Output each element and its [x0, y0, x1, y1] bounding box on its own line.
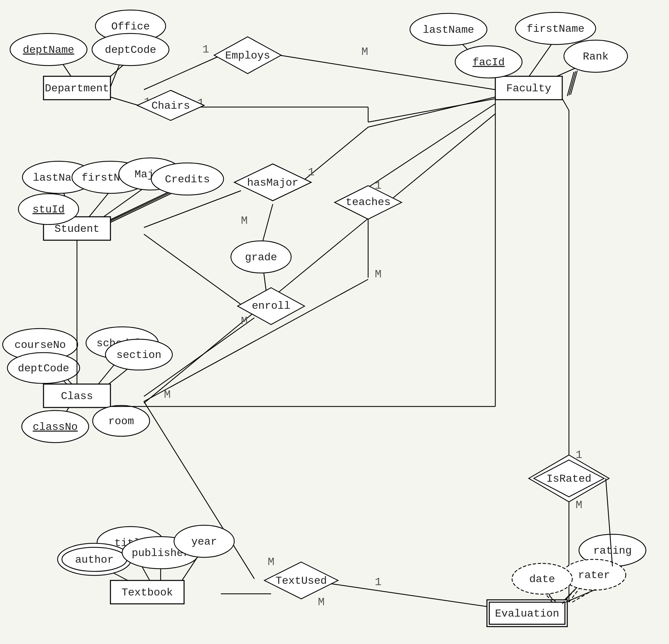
svg-line-8 [368, 99, 495, 122]
textused-label: TextUsed [275, 575, 327, 587]
section-label: section [116, 349, 161, 361]
svg-line-52 [567, 72, 574, 96]
svg-line-20 [144, 191, 241, 228]
student-label: Student [55, 223, 99, 235]
card-enroll-m2: M [164, 388, 171, 401]
svg-line-50 [569, 71, 575, 95]
card-hasmajor-1: 1 [308, 166, 315, 178]
card-employs-dept: 1 [202, 43, 209, 56]
deptname-label: deptName [23, 44, 74, 56]
deptcode-class-label: deptCode [18, 362, 69, 375]
card-textused-1: 1 [375, 576, 382, 588]
facid-label: facId [472, 56, 505, 69]
chairs-label: Chairs [151, 100, 190, 112]
year-label: year [191, 535, 217, 548]
department-label: Department [45, 82, 109, 95]
employs-label: Employs [225, 49, 270, 62]
textbook-label: Textbook [122, 586, 173, 599]
card-employs-fac: M [361, 45, 368, 58]
er-diagram: 1 M 1 1 1 M 1 M M M M M 1 1 M Employs Ch… [0, 0, 669, 644]
credits-label: Credits [165, 173, 210, 186]
classno-label: classNo [33, 421, 77, 433]
faculty-lastname-label: lastName [423, 24, 474, 36]
card-israted-m: M [575, 499, 582, 512]
rating-label: rating [593, 545, 631, 557]
svg-line-51 [571, 71, 577, 95]
svg-line-45 [562, 99, 569, 110]
room-label: room [109, 415, 134, 428]
card-enroll-m1: M [241, 315, 248, 328]
card-hasmajor-m: M [241, 214, 248, 227]
class-label: Class [61, 390, 93, 402]
author-label: author [75, 554, 113, 566]
courseno-label: courseNo [14, 339, 66, 351]
rater-label: rater [578, 569, 610, 582]
card-textused-m2: M [318, 596, 325, 609]
faculty-label: Faculty [506, 82, 551, 95]
hasmajor-label: hasMajor [247, 177, 299, 189]
svg-line-37 [144, 114, 495, 403]
enroll-label: enroll [252, 300, 290, 312]
evaluation-label: Evaluation [495, 607, 559, 620]
card-textused-m1: M [268, 556, 274, 568]
deptcode-dept-label: deptCode [105, 44, 156, 56]
svg-line-25 [368, 104, 495, 187]
grade-label: grade [245, 251, 277, 263]
teaches-label: teaches [346, 196, 390, 209]
office-label: Office [111, 20, 150, 33]
svg-line-17 [107, 189, 177, 223]
svg-line-22 [368, 97, 495, 127]
card-teaches-m: M [375, 268, 382, 281]
svg-line-24 [144, 234, 241, 304]
rank-label: Rank [583, 51, 609, 63]
faculty-firstname-label: firstName [527, 23, 585, 35]
stuid-label: stuId [32, 203, 65, 216]
date-label: date [529, 573, 555, 585]
israted-label: IsRated [546, 473, 592, 485]
